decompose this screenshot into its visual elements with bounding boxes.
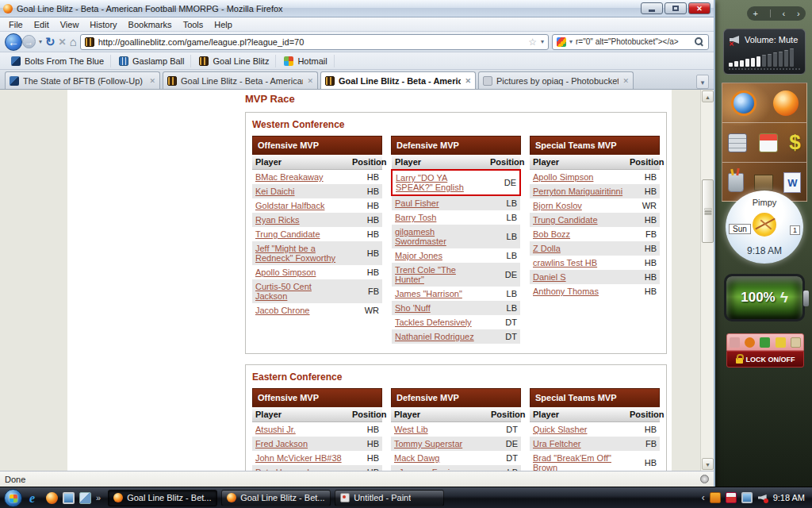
player-link[interactable]: Trung Candidate (255, 229, 320, 239)
scroll-up-icon[interactable]: ▲ (702, 90, 714, 102)
calendar-icon[interactable] (759, 133, 778, 152)
start-button[interactable] (4, 489, 22, 507)
scrollbar-thumb[interactable] (702, 179, 714, 243)
volume-gadget[interactable]: ✕ Volume: Mute (723, 29, 806, 75)
close-button[interactable]: ✕ (688, 2, 710, 14)
calculator-icon[interactable] (728, 133, 747, 152)
player-link[interactable]: Tommy Superstar (394, 439, 462, 448)
lock-tool-icon-1[interactable] (730, 337, 740, 348)
player-link[interactable]: Jacob Chrone (255, 306, 310, 315)
player-link[interactable]: Atsushi Jr. (255, 425, 296, 434)
tray-clock[interactable]: 9:18 AM (773, 493, 805, 502)
lock-tool-icon-5[interactable] (791, 337, 801, 348)
player-link[interactable]: Sho 'Nuff (395, 303, 431, 313)
menu-history[interactable]: History (84, 19, 122, 30)
url-text[interactable]: http://goallineblitz.com/game/league.pl?… (98, 37, 525, 47)
tray-network-icon[interactable] (741, 492, 753, 503)
player-link[interactable]: _James_ Farrior (394, 468, 458, 471)
player-link[interactable]: Nathaniel Rodriguez (395, 332, 474, 341)
search-engine-dropdown-icon[interactable]: ▾ (569, 38, 573, 45)
menu-help[interactable]: Help (209, 19, 238, 30)
forward-button[interactable]: → (22, 35, 36, 48)
player-link[interactable]: Trent Cole "The Hunter" (395, 265, 456, 284)
player-link[interactable]: Jeff "Might be a Redneck" Foxworthy (255, 244, 335, 263)
taskbar-button-2[interactable]: Goal Line Blitz - Bet... (221, 490, 331, 506)
player-link[interactable]: Ryan Ricks (255, 215, 300, 225)
dollar-icon[interactable]: $ (789, 130, 800, 155)
maximize-button[interactable] (665, 2, 687, 14)
player-link[interactable]: Mack Dawg (394, 453, 439, 463)
prev-page-icon[interactable]: ‹ (782, 9, 785, 18)
tray-chevron-icon[interactable]: ‹ (702, 492, 705, 503)
firefox-blue-icon[interactable] (731, 90, 756, 116)
player-link[interactable]: Apollo Simpson (533, 172, 593, 182)
firefox-icon[interactable] (773, 90, 799, 116)
player-link[interactable]: Pete Hernendez (255, 468, 319, 471)
explorer-icon[interactable] (79, 492, 91, 504)
scroll-down-icon[interactable]: ▼ (702, 458, 714, 470)
tab-close-icon[interactable]: ✕ (465, 77, 471, 85)
menu-bookmarks[interactable]: Bookmarks (123, 19, 178, 30)
vertical-scrollbar[interactable]: ▲ ▼ (700, 90, 714, 471)
tab-close-icon[interactable]: ✕ (307, 77, 313, 85)
back-button[interactable]: ← (5, 33, 22, 51)
player-link[interactable]: Fred Jackson (255, 439, 308, 448)
clock-gadget[interactable]: Pimpy Sun 1 9:18 AM (726, 190, 803, 264)
player-link[interactable]: Major Jones (395, 251, 442, 260)
player-link[interactable]: Daniel S (533, 272, 566, 282)
menu-tools[interactable]: Tools (178, 19, 209, 30)
tray-app-icon[interactable] (710, 492, 721, 503)
player-link[interactable]: Quick Slasher (533, 425, 587, 434)
player-link[interactable]: Larry "DO YA SPEAK?" English (396, 173, 464, 192)
bookmark-glb[interactable]: Goal Line Blitz (193, 55, 276, 67)
firefox-quicklaunch-icon[interactable] (46, 492, 58, 504)
player-link[interactable]: Apollo Simpson (255, 267, 316, 277)
internet-explorer-icon[interactable]: e (29, 492, 41, 504)
menu-edit[interactable]: Edit (29, 19, 55, 30)
status-icon[interactable] (700, 475, 709, 483)
quick-launch-overflow-icon[interactable]: » (96, 493, 101, 502)
player-link[interactable]: gilgamesh Swordmaster (395, 227, 446, 246)
tab-2[interactable]: Goal Line Blitz - Beta - American Fo...✕ (163, 71, 318, 89)
tab-1[interactable]: The State of BFTB (Follow-Up) - Bol...✕ (5, 71, 160, 89)
tab-3[interactable]: Goal Line Blitz - Beta - American ...✕ (320, 71, 476, 89)
player-link[interactable]: Trung Candidate (533, 215, 598, 225)
taskbar-button-1[interactable]: Goal Line Blitz - Bet... (108, 490, 217, 506)
search-icon[interactable] (695, 37, 704, 47)
search-box[interactable]: ▾ r="0" alt="Photobucket"></a> (552, 34, 709, 50)
player-link[interactable]: Bob Bozz (533, 229, 570, 239)
pencil-cup-icon[interactable] (728, 173, 744, 192)
player-link[interactable]: Ura Feltcher (533, 439, 581, 448)
player-link[interactable]: BMac Breakaway (255, 172, 324, 182)
home-button[interactable]: ⌂ (70, 35, 77, 48)
menu-file[interactable]: File (3, 19, 29, 30)
player-link[interactable]: Anthony Thomas (533, 287, 599, 296)
stop-button[interactable]: ✕ (59, 37, 67, 48)
url-dropdown-icon[interactable]: ▾ (541, 38, 544, 45)
lock-onoff-button[interactable]: LOCK ON/OFF (726, 351, 804, 368)
player-link[interactable]: James "Harrison" (395, 289, 462, 298)
list-tabs-icon[interactable]: ▾ (696, 75, 709, 89)
sidebar-controls[interactable]: + ‹ › (747, 6, 806, 21)
player-link[interactable]: Perryton Mariguairitinni (533, 187, 622, 196)
tab-4[interactable]: Pictures by opiaq - Photobucket✕ (478, 71, 634, 89)
player-link[interactable]: crawlins Test HB (533, 258, 597, 267)
bookmark-hotmail[interactable]: Hotmail (278, 55, 334, 67)
app-launcher-gadget[interactable]: $ W (722, 83, 807, 202)
bookmark-gaslamp[interactable]: Gaslamp Ball (113, 55, 191, 67)
next-page-icon[interactable]: › (797, 9, 800, 18)
reload-button[interactable]: ↻ (45, 35, 56, 49)
lock-tool-icon-2[interactable] (745, 337, 755, 348)
player-link[interactable]: John McVicker HB#38 (255, 453, 342, 463)
player-link[interactable]: Bjorn Koslov (533, 201, 582, 210)
bookmark-star-icon[interactable]: ☆ (528, 37, 537, 48)
bookmark-bftb[interactable]: Bolts From The Blue (5, 55, 111, 67)
player-link[interactable]: Paul Fisher (395, 198, 439, 208)
player-link[interactable]: Goldstar Halfback (255, 201, 324, 210)
tray-volume-mute-icon[interactable] (757, 492, 768, 503)
lock-tool-icon-4[interactable] (776, 337, 786, 348)
player-link[interactable]: Z Dolla (533, 244, 561, 253)
history-dropdown-icon[interactable]: ▾ (39, 38, 42, 45)
add-gadget-icon[interactable]: + (753, 9, 757, 18)
player-link[interactable]: Tackles Defensively (395, 318, 472, 327)
